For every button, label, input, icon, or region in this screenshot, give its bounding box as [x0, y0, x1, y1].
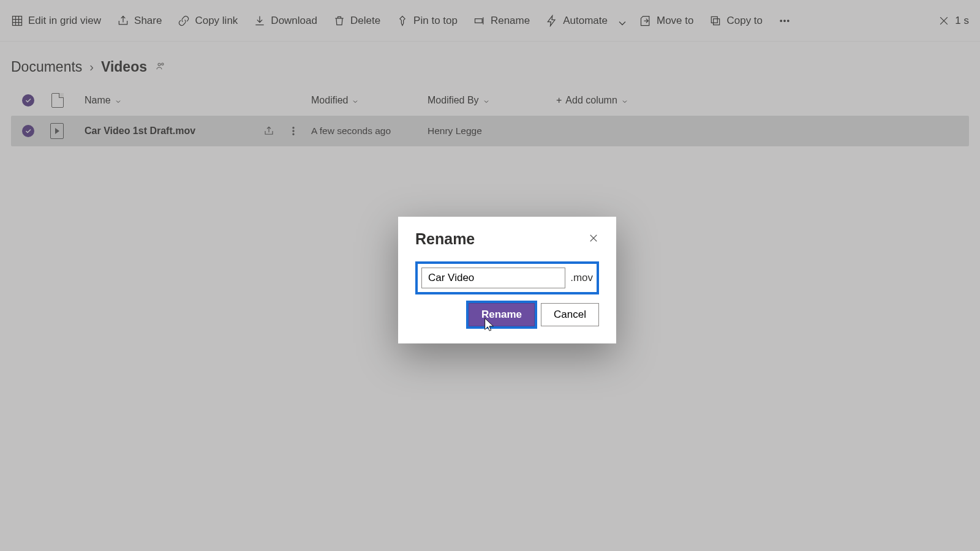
close-icon: [588, 233, 599, 244]
dialog-close-button[interactable]: [588, 233, 599, 246]
filename-input-highlight: .mov: [415, 261, 599, 294]
rename-dialog: Rename .mov Rename Cancel: [398, 217, 616, 343]
file-extension: .mov: [570, 272, 593, 284]
cancel-button[interactable]: Cancel: [541, 303, 599, 326]
filename-input[interactable]: [421, 268, 565, 288]
dialog-title: Rename: [415, 230, 475, 248]
rename-confirm-button[interactable]: Rename: [469, 303, 535, 326]
